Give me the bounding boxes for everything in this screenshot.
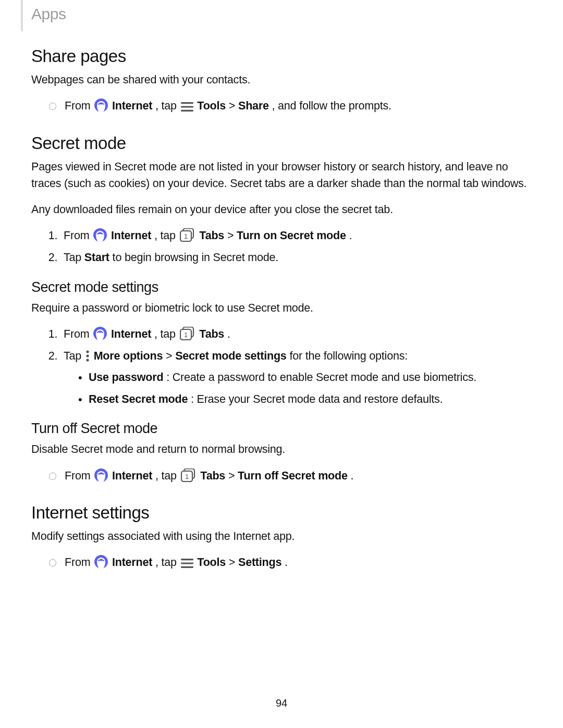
text: , tap bbox=[154, 328, 179, 340]
text: Tabs bbox=[200, 470, 225, 482]
list-item: Tap Start to begin browsing in Secret mo… bbox=[60, 249, 532, 266]
svg-point-14 bbox=[86, 354, 89, 357]
text: Settings bbox=[238, 556, 282, 569]
text: for the following options: bbox=[289, 350, 408, 362]
list-item: Use password : Create a password to enab… bbox=[78, 369, 532, 386]
internet-icon bbox=[94, 98, 108, 112]
text: > bbox=[228, 470, 238, 482]
text: Tools bbox=[197, 556, 226, 569]
text: Use password bbox=[89, 371, 163, 384]
text: Internet bbox=[112, 100, 152, 112]
list-item: From Internet , tap Tools > Settings . bbox=[49, 554, 532, 571]
svg-rect-21 bbox=[181, 559, 193, 560]
text: From bbox=[65, 470, 93, 482]
text: . bbox=[227, 328, 230, 340]
tabs-icon: 1 bbox=[181, 468, 197, 482]
svg-rect-3 bbox=[181, 106, 193, 108]
list-item: From Internet , tap 1 Tabs > Turn on Sec… bbox=[60, 227, 532, 244]
text: From bbox=[65, 556, 93, 569]
page-number: 94 bbox=[0, 697, 563, 709]
heading-turn-off-secret-mode: Turn off Secret mode bbox=[31, 421, 532, 437]
text: . bbox=[285, 556, 288, 569]
heading-secret-mode-settings: Secret mode settings bbox=[31, 279, 532, 295]
text: Tap bbox=[64, 251, 84, 264]
internet-settings-steps: From Internet , tap Tools > Settings . bbox=[31, 554, 532, 571]
section-breadcrumb: Apps bbox=[31, 5, 532, 23]
text: , tap bbox=[154, 229, 179, 242]
header-rule bbox=[21, 0, 23, 31]
text: , tap bbox=[155, 556, 180, 569]
text: More options bbox=[94, 350, 163, 362]
text: From bbox=[65, 100, 93, 112]
text: Internet bbox=[112, 556, 152, 569]
text: > bbox=[229, 100, 238, 112]
text: , tap bbox=[155, 470, 180, 482]
text: Tap bbox=[64, 350, 84, 362]
share-pages-steps: From Internet , tap Tools > Share , and … bbox=[31, 97, 532, 115]
menu-icon bbox=[181, 558, 193, 569]
secret-settings-intro: Require a password or biometric lock to … bbox=[31, 300, 532, 316]
text: Tabs bbox=[199, 328, 224, 340]
text: : Create a password to enable Secret mod… bbox=[166, 371, 476, 384]
page-header: Apps bbox=[31, 0, 532, 23]
text: Start bbox=[84, 251, 109, 264]
svg-text:1: 1 bbox=[184, 232, 188, 240]
text: Turn on Secret mode bbox=[237, 229, 346, 242]
tabs-icon: 1 bbox=[180, 327, 195, 340]
svg-rect-2 bbox=[181, 102, 193, 104]
list-item: From Internet , tap Tools > Share , and … bbox=[49, 97, 532, 115]
text: > bbox=[229, 556, 238, 569]
secret-mode-p2: Any downloaded files remain on your devi… bbox=[31, 201, 532, 218]
svg-text:1: 1 bbox=[185, 473, 189, 480]
internet-icon bbox=[93, 327, 107, 340]
list-item: Reset Secret mode : Erase your Secret mo… bbox=[78, 391, 532, 408]
text: > bbox=[227, 229, 237, 242]
menu-icon bbox=[181, 102, 193, 112]
text: Tabs bbox=[199, 229, 224, 242]
internet-icon bbox=[93, 228, 107, 242]
secret-mode-p1: Pages viewed in Secret mode are not list… bbox=[31, 158, 532, 192]
text: , tap bbox=[155, 100, 180, 112]
text: Share bbox=[238, 100, 269, 112]
text: From bbox=[64, 229, 92, 242]
svg-rect-22 bbox=[181, 563, 193, 564]
internet-icon bbox=[94, 555, 108, 569]
secret-mode-steps: From Internet , tap 1 Tabs > Turn on Sec… bbox=[31, 227, 532, 266]
text: From bbox=[64, 328, 92, 340]
svg-point-15 bbox=[86, 359, 89, 361]
list-item: From Internet , tap 1 Tabs . bbox=[60, 326, 532, 343]
text: . bbox=[349, 229, 352, 242]
svg-rect-4 bbox=[181, 110, 193, 112]
more-options-icon bbox=[85, 350, 90, 362]
heading-internet-settings: Internet settings bbox=[31, 503, 532, 523]
text: . bbox=[350, 470, 353, 482]
list-item: From Internet , tap 1 Tabs > Turn off Se… bbox=[49, 467, 532, 485]
text: , and follow the prompts. bbox=[272, 100, 391, 112]
text: Reset Secret mode bbox=[89, 393, 188, 405]
heading-secret-mode: Secret mode bbox=[31, 133, 532, 153]
svg-rect-23 bbox=[181, 566, 193, 568]
svg-text:1: 1 bbox=[184, 331, 188, 339]
secret-settings-options: Use password : Create a password to enab… bbox=[64, 369, 532, 408]
internet-icon bbox=[94, 468, 108, 482]
heading-share-pages: Share pages bbox=[31, 46, 532, 66]
share-pages-intro: Webpages can be shared with your contact… bbox=[31, 71, 532, 88]
text: Turn off Secret mode bbox=[238, 470, 348, 482]
text: Secret mode settings bbox=[175, 350, 286, 362]
text: Internet bbox=[111, 328, 151, 340]
document-page: Apps Share pages Webpages can be shared … bbox=[0, 0, 563, 728]
text: Internet bbox=[111, 229, 151, 242]
text: to begin browsing in Secret mode. bbox=[113, 251, 278, 264]
list-item: Tap More options > Secret mode settings … bbox=[60, 348, 532, 408]
text: Tools bbox=[197, 100, 226, 112]
turn-off-steps: From Internet , tap 1 Tabs > Turn off Se… bbox=[31, 467, 532, 485]
text: : Erase your Secret mode data and restor… bbox=[191, 393, 443, 405]
text: > bbox=[166, 350, 175, 362]
turn-off-intro: Disable Secret mode and return to normal… bbox=[31, 441, 532, 458]
svg-point-13 bbox=[86, 350, 89, 353]
secret-settings-steps: From Internet , tap 1 Tabs . Tap More op… bbox=[31, 326, 532, 408]
tabs-icon: 1 bbox=[180, 228, 195, 242]
text: Internet bbox=[112, 470, 152, 482]
internet-settings-intro: Modify settings associated with using th… bbox=[31, 528, 532, 545]
